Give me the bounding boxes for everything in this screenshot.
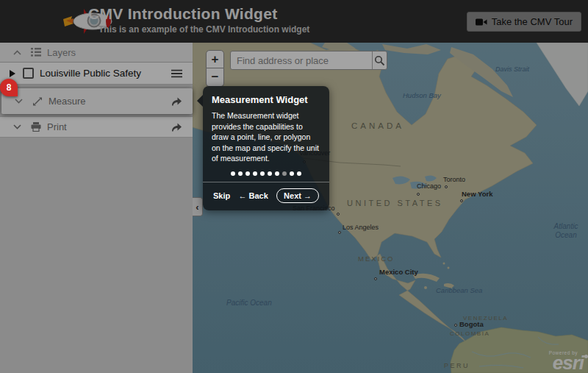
- tooltip-arrow-left: [197, 95, 203, 107]
- tour-step-dot-6[interactable]: [268, 171, 272, 176]
- back-button[interactable]: ← Back: [238, 191, 268, 200]
- tour-step-dot-9[interactable]: [290, 171, 294, 176]
- tour-step-dot-1[interactable]: [231, 171, 235, 176]
- tour-step-dot-2[interactable]: [238, 171, 243, 176]
- tour-tooltip: Measurement Widget The Measurement widge…: [203, 86, 329, 210]
- tour-step-dot-5[interactable]: [260, 171, 265, 176]
- tour-step-dot-4[interactable]: [253, 171, 257, 176]
- tooltip-button-row: Skip ← Back Next →: [203, 182, 329, 210]
- cmv-app: CANADA UNITED STATES MEXICO Hudson Bay D…: [0, 0, 588, 373]
- tooltip-body: The Measurement widget provides the capa…: [203, 110, 329, 164]
- next-button[interactable]: Next →: [276, 188, 319, 203]
- tour-step-badge: 8: [0, 79, 18, 96]
- tour-step-dot-3[interactable]: [245, 171, 250, 176]
- tour-step-dot-8[interactable]: [282, 171, 287, 176]
- tour-step-dot-7[interactable]: [275, 171, 279, 176]
- tour-step-dot-10[interactable]: [297, 171, 301, 176]
- tooltip-title: Measurement Widget: [203, 86, 329, 110]
- skip-button[interactable]: Skip: [213, 191, 230, 200]
- tour-progress-dots: [203, 164, 329, 182]
